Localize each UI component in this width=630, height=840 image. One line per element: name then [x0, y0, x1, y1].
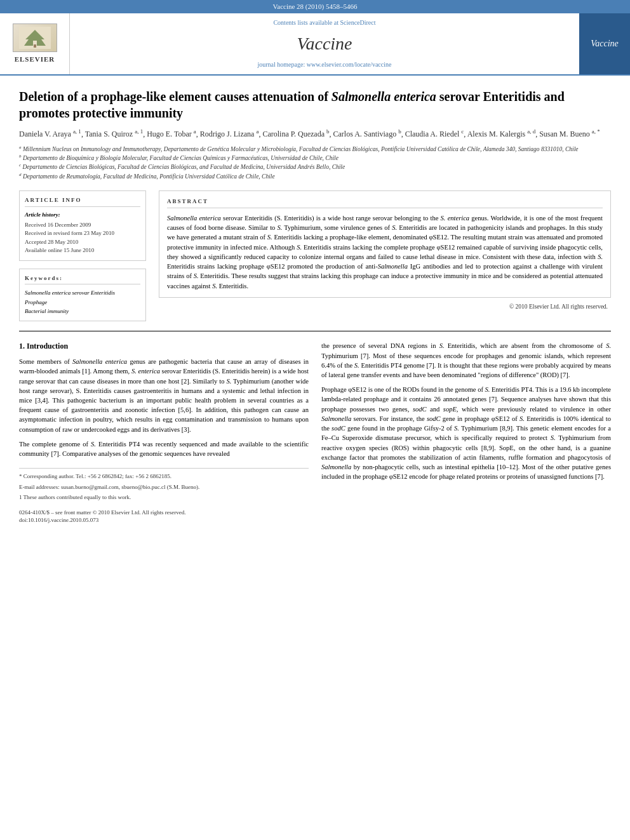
abstract-box: ABSTRACT Salmonella enterica serovar Ent…	[159, 190, 611, 297]
affiliation-c: c Departamento de Ciencias Biológicas, F…	[19, 163, 611, 171]
keywords-box: Keywords: Salmonella enterica serovar En…	[19, 269, 146, 322]
right-column: ABSTRACT Salmonella enterica serovar Ent…	[159, 190, 611, 321]
affiliation-b: b Departamento de Bioquímica y Biología …	[19, 154, 611, 163]
intro-number: 1.	[19, 342, 25, 350]
intro-heading: 1. Introduction	[19, 341, 309, 352]
keyword-1: Salmonella enterica serovar Enteritidis	[25, 288, 140, 297]
intro-para-2: The complete genome of S. Enteritidis PT…	[19, 439, 309, 458]
volume-info: Vaccine 28 (2010) 5458–5466	[273, 3, 358, 10]
vaccine-badge-section: Vaccine	[579, 13, 630, 74]
article-info-box: ARTICLE INFO Article history: Received 1…	[19, 190, 146, 260]
copyright: © 2010 Elsevier Ltd. All rights reserved…	[159, 303, 611, 311]
article-info-header: ARTICLE INFO	[25, 196, 140, 207]
intro-para-1: Some members of Salmonella enterica genu…	[19, 357, 309, 434]
homepage-label: journal homepage:	[258, 61, 305, 68]
homepage-url[interactable]: www.elsevier.com/locate/vaccine	[307, 61, 392, 68]
journal-header: ELSEVIER Contents lists available at Sci…	[0, 13, 630, 75]
journal-info-center: Contents lists available at ScienceDirec…	[70, 13, 579, 74]
received-date: Received 16 December 2009	[25, 221, 140, 230]
article-title: Deletion of a prophage-like element caus…	[19, 88, 611, 121]
keywords-header: Keywords:	[25, 274, 140, 285]
affiliation-d: d Departamento de Reumatología, Facultad…	[19, 172, 611, 181]
journal-title: Vaccine	[297, 31, 352, 56]
contents-list-label: Contents lists available at	[273, 19, 338, 26]
corresponding-author: * Corresponding author. Tel.: +56 2 6862…	[19, 472, 309, 481]
article-history-label: Article history:	[25, 211, 140, 219]
doi-line: doi:10.1016/j.vaccine.2010.05.073	[19, 516, 309, 524]
sciencedirect-link-text[interactable]: ScienceDirect	[340, 19, 375, 26]
footer-notes: * Corresponding author. Tel.: +56 2 6862…	[19, 468, 309, 502]
right-para-1: the presence of several DNA regions in S…	[321, 341, 611, 380]
left-column: ARTICLE INFO Article history: Received 1…	[19, 190, 146, 321]
keyword-3: Bacterial immunity	[25, 307, 140, 316]
equal-contrib: 1 These authors contributed equally to t…	[19, 493, 309, 502]
affiliations: a Millennium Nucleus on Immunology and I…	[19, 145, 611, 182]
email-address: E-mail addresses: susan.bueno@gmail.com,…	[19, 483, 309, 492]
body-two-col: 1. Introduction Some members of Salmonel…	[19, 341, 611, 524]
journal-homepage: journal homepage: www.elsevier.com/locat…	[258, 60, 392, 69]
affiliation-a: a Millennium Nucleus on Immunology and I…	[19, 145, 611, 154]
online-date: Available online 15 June 2010	[25, 246, 140, 255]
revised-date: Received in revised form 23 May 2010	[25, 229, 140, 238]
authors: Daniela V. Araya a, 1, Tania S. Quiroz a…	[19, 128, 611, 140]
intro-title: Introduction	[27, 342, 68, 350]
elsevier-logo-section: ELSEVIER	[0, 13, 70, 74]
main-content: Deletion of a prophage-like element caus…	[0, 76, 630, 537]
vaccine-badge: Vaccine	[591, 37, 619, 50]
footer-doi: 0264-410X/$ – see front matter © 2010 El…	[19, 509, 309, 524]
right-para-2: Prophage φSE12 is one of the RODs found …	[321, 385, 611, 481]
section-divider	[19, 331, 611, 331]
body-right: the presence of several DNA regions in S…	[321, 341, 611, 524]
page: Vaccine 28 (2010) 5458–5466 ELSEVIER	[0, 0, 630, 840]
elsevier-name: ELSEVIER	[15, 55, 55, 64]
issn-line: 0264-410X/$ – see front matter © 2010 El…	[19, 509, 309, 517]
sciencedirect-info: Contents lists available at ScienceDirec…	[273, 18, 375, 27]
accepted-date: Accepted 28 May 2010	[25, 238, 140, 247]
top-bar: Vaccine 28 (2010) 5458–5466	[0, 0, 630, 13]
elsevier-logo-image	[13, 23, 57, 52]
keyword-2: Prophage	[25, 298, 140, 307]
article-info-abstract-section: ARTICLE INFO Article history: Received 1…	[19, 190, 611, 321]
abstract-header: ABSTRACT	[167, 197, 603, 208]
svg-rect-2	[34, 44, 36, 48]
body-left: 1. Introduction Some members of Salmonel…	[19, 341, 309, 524]
abstract-text: Salmonella enterica serovar Enteritidis …	[167, 213, 603, 291]
elsevier-logo: ELSEVIER	[13, 23, 57, 64]
